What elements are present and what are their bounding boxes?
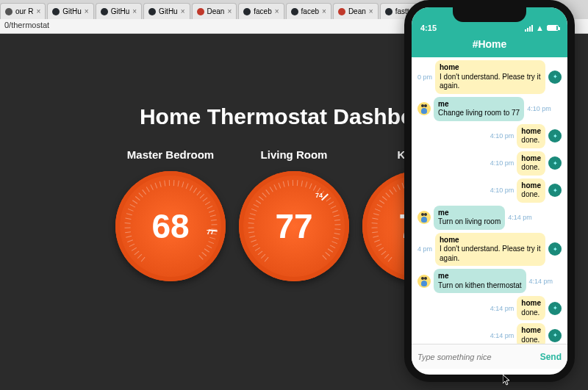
message-text: Change living room to 77	[438, 109, 520, 117]
chat-row: 4:14 pmhomedone.✦	[415, 323, 564, 344]
tab-favicon-icon	[101, 8, 108, 15]
browser-tab[interactable]: faceb×	[286, 3, 331, 19]
send-button[interactable]: Send	[540, 352, 562, 362]
setpoint-label: 74	[315, 192, 323, 199]
sender-label: me	[438, 209, 501, 218]
message-text: done.	[521, 190, 539, 198]
message-text: I don't understand. Please try it again.	[440, 245, 541, 262]
dial-column: Living Room7774	[239, 148, 349, 281]
tab-title: GitHu	[159, 7, 178, 15]
browser-tab[interactable]: GitHu×	[143, 3, 190, 19]
browser-tab[interactable]: Dean×	[192, 3, 237, 19]
tab-close-icon[interactable]: ×	[85, 7, 89, 15]
user-avatar-icon	[417, 275, 431, 288]
browser-tab[interactable]: Dean×	[333, 3, 379, 19]
timestamp: 4:14 pm	[490, 305, 514, 312]
chat-row: 4:10 pmhomedone.✦	[415, 124, 564, 148]
chat-row: 4:14 pmhomedone.✦	[415, 296, 564, 320]
chat-bubble: homeI don't understand. Please try it ag…	[435, 60, 545, 94]
browser-tab[interactable]: faceb×	[238, 3, 284, 19]
timestamp: 0 pm	[417, 73, 432, 81]
chat-scroll[interactable]: 0 pmhomeI don't understand. Please try i…	[412, 57, 567, 344]
message-text: done.	[521, 308, 539, 317]
tab-title: GitHu	[111, 7, 130, 15]
thermostat-dial[interactable]: 7774	[239, 171, 349, 281]
tab-favicon-icon	[5, 8, 12, 15]
message-text: Turn on living room	[438, 217, 501, 225]
chat-row: 0 pmhomeI don't understand. Please try i…	[415, 60, 564, 94]
message-text: done.	[521, 163, 539, 171]
message-text: done.	[521, 136, 539, 144]
chat-row: meTurn on kithen thermostat4:14 pm	[415, 269, 564, 293]
tab-favicon-icon	[338, 8, 345, 15]
sender-label: home	[440, 63, 541, 73]
tab-favicon-icon	[197, 8, 204, 15]
tab-favicon-icon	[385, 8, 392, 15]
chat-row: 4:10 pmhomedone.✦	[415, 151, 564, 176]
mouse-cursor-icon	[503, 375, 512, 386]
chat-bubble: homedone.	[517, 124, 545, 148]
bot-avatar-icon: ✦	[548, 329, 562, 342]
bot-avatar-icon: ✦	[548, 184, 562, 197]
timestamp: 4:10 pm	[490, 159, 514, 167]
tab-title: faceb	[254, 7, 271, 15]
signal-icon	[525, 25, 533, 32]
bot-avatar-icon: ✦	[548, 242, 562, 256]
timestamp: 4:14 pm	[490, 332, 514, 339]
tab-favicon-icon	[52, 8, 60, 15]
tab-close-icon[interactable]: ×	[132, 7, 137, 15]
room-label: Master Bedroom	[127, 148, 214, 161]
browser-tab[interactable]: our R×	[0, 3, 46, 19]
sender-label: me	[438, 100, 520, 109]
tab-close-icon[interactable]: ×	[227, 7, 232, 15]
chat-bubble: meChange living room to 77	[434, 97, 524, 121]
message-text: Turn on kithen thermostat	[438, 281, 522, 289]
timestamp: 4:14 pm	[508, 214, 532, 221]
tab-favicon-icon	[148, 8, 156, 15]
thermostat-dial[interactable]: 6877	[115, 171, 226, 281]
tab-close-icon[interactable]: ×	[181, 7, 185, 15]
timestamp: 4 pm	[417, 245, 432, 253]
room-label: Living Room	[261, 148, 328, 161]
bot-avatar-icon: ✦	[548, 71, 562, 84]
chat-bubble: meTurn on kithen thermostat	[434, 269, 526, 293]
timestamp: 4:10 pm	[490, 132, 514, 140]
timestamp: 4:14 pm	[529, 278, 553, 285]
chat-bubble: meTurn on living room	[434, 206, 505, 230]
setpoint-label: 77	[207, 228, 214, 236]
chat-bubble: homedone.	[517, 178, 545, 203]
tab-close-icon[interactable]: ×	[369, 7, 373, 15]
user-avatar-icon	[417, 102, 431, 115]
sender-label: home	[521, 127, 541, 137]
chat-row: 4:10 pmhomedone.✦	[415, 178, 564, 203]
chat-row: meTurn on living room4:14 pm	[415, 206, 564, 230]
status-icons: ▲	[525, 24, 559, 32]
tab-favicon-icon	[291, 8, 298, 15]
message-text: done.	[521, 336, 539, 344]
tab-close-icon[interactable]: ×	[322, 7, 326, 15]
bot-avatar-icon: ✦	[548, 156, 562, 170]
tab-close-icon[interactable]: ×	[36, 7, 40, 15]
phone-mockup: 4:15 ▲ #Home 0 pmhomeI don't understand.…	[404, 0, 575, 382]
chat-bubble: homedone.	[517, 296, 545, 320]
dial-column: Master Bedroom6877	[115, 148, 226, 281]
battery-icon	[547, 25, 559, 31]
tab-title: Dean	[348, 7, 366, 15]
chat-input[interactable]	[417, 353, 540, 361]
chat-header: #Home	[412, 34, 567, 57]
chat-bubble: homeI don't understand. Please try it ag…	[435, 233, 545, 267]
status-time: 4:15	[420, 24, 437, 32]
timestamp: 4:10 pm	[490, 187, 514, 194]
user-avatar-icon	[417, 211, 431, 224]
bot-avatar-icon: ✦	[548, 302, 562, 315]
bot-avatar-icon: ✦	[548, 129, 562, 142]
browser-tab[interactable]: GitHu×	[96, 3, 142, 19]
browser-tab[interactable]: GitHu×	[47, 3, 93, 19]
phone-notch	[453, 7, 526, 22]
tab-title: our R	[15, 7, 33, 15]
tab-close-icon[interactable]: ×	[275, 7, 279, 15]
sender-label: home	[521, 154, 541, 164]
sender-label: me	[438, 272, 522, 281]
chat-row: meChange living room to 774:10 pm	[415, 97, 564, 121]
tab-favicon-icon	[243, 8, 251, 15]
